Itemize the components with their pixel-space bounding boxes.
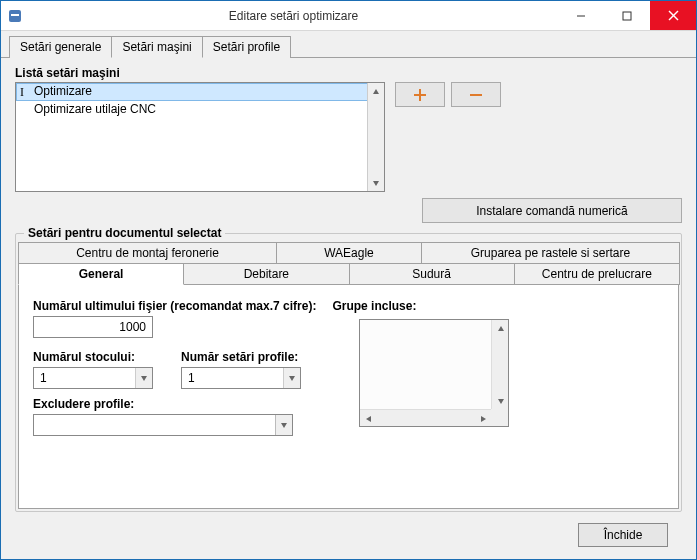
tab-feronerie[interactable]: Centru de montaj feronerie: [18, 242, 277, 263]
scroll-right-button[interactable]: [474, 410, 491, 427]
maximize-button[interactable]: [604, 1, 650, 30]
svg-marker-10: [281, 423, 287, 428]
tab-gruparea[interactable]: Gruparea pe rastele si sertare: [421, 242, 680, 263]
tab-general-settings[interactable]: Setări generale: [9, 36, 112, 58]
machines-listbox[interactable]: I Optimizare Optimizare utilaje CNC: [15, 82, 385, 192]
stock-number-select[interactable]: 1: [33, 367, 153, 389]
profile-settings-value: 1: [188, 371, 195, 385]
document-settings-group: Setări pentru documentul selectat Centru…: [15, 233, 682, 512]
tab-centru-prelucrare[interactable]: Centru de prelucrare: [514, 263, 680, 285]
dialog-footer: Închide: [15, 512, 682, 559]
tab-debitare[interactable]: Debitare: [183, 263, 349, 285]
add-button[interactable]: [395, 82, 445, 107]
scroll-down-button[interactable]: [492, 392, 509, 409]
install-numeric-button[interactable]: Instalare comandă numerică: [422, 198, 682, 223]
close-button[interactable]: Închide: [578, 523, 668, 547]
groups-included-label: Grupe incluse:: [332, 299, 416, 313]
exclude-profile-label: Excludere profile:: [33, 397, 664, 411]
chevron-down-icon: [275, 415, 292, 435]
app-icon: [7, 8, 23, 24]
vertical-scrollbar[interactable]: [491, 320, 508, 409]
last-file-label: Numărul ultimului fişier (recomandat max…: [33, 299, 316, 313]
list-scrollbar[interactable]: [367, 83, 384, 191]
tab-general[interactable]: General: [18, 263, 184, 285]
minus-icon: [470, 89, 482, 101]
svg-marker-8: [141, 376, 147, 381]
machines-list-label: Listă setări maşini: [15, 66, 682, 80]
stock-number-label: Numărul stocului:: [33, 350, 153, 364]
remove-button[interactable]: [451, 82, 501, 107]
svg-rect-1: [11, 14, 19, 16]
svg-marker-11: [498, 326, 504, 331]
tab-waeagle[interactable]: WAEagle: [276, 242, 422, 263]
horizontal-scrollbar[interactable]: [360, 409, 508, 426]
svg-rect-3: [623, 12, 631, 20]
app-window: Editare setări optimizare Setări general…: [0, 0, 697, 560]
general-panel: Numărul ultimului fişier (recomandat max…: [18, 285, 679, 509]
svg-marker-7: [373, 181, 379, 186]
last-file-input[interactable]: [33, 316, 153, 338]
list-item[interactable]: Optimizare utilaje CNC: [16, 101, 384, 119]
chevron-down-icon: [283, 368, 300, 388]
scroll-down-button[interactable]: [368, 174, 384, 191]
tab-machine-settings[interactable]: Setări maşini: [111, 36, 202, 58]
titlebar: Editare setări optimizare: [1, 1, 696, 31]
list-item-label: Optimizare: [34, 84, 92, 98]
svg-marker-14: [481, 416, 486, 422]
text-cursor-icon: I: [20, 85, 24, 100]
window-controls: [558, 1, 696, 30]
scroll-up-button[interactable]: [368, 83, 384, 100]
plus-icon: [414, 89, 426, 101]
tab-sudura[interactable]: Sudură: [349, 263, 515, 285]
svg-marker-9: [289, 376, 295, 381]
close-window-button[interactable]: [650, 1, 696, 30]
list-item-label: Optimizare utilaje CNC: [34, 102, 156, 116]
main-tabs: Setări generale Setări maşini Setări pro…: [1, 31, 696, 58]
scroll-left-button[interactable]: [360, 410, 377, 427]
tab-profile-settings[interactable]: Setări profile: [202, 36, 291, 58]
minimize-button[interactable]: [558, 1, 604, 30]
scroll-corner: [491, 409, 508, 426]
document-settings-label: Setări pentru documentul selectat: [24, 226, 225, 240]
exclude-profile-combo[interactable]: [33, 414, 293, 436]
scroll-up-button[interactable]: [492, 320, 509, 337]
profile-settings-select[interactable]: 1: [181, 367, 301, 389]
list-item[interactable]: I Optimizare: [16, 83, 384, 101]
groups-included-listbox[interactable]: [359, 319, 509, 427]
document-tabs: Centru de montaj feronerie WAEagle Grupa…: [18, 242, 679, 285]
exclude-profile-input[interactable]: [34, 415, 275, 435]
profile-settings-label: Număr setări profile:: [181, 350, 301, 364]
svg-marker-6: [373, 89, 379, 94]
body: Listă setări maşini I Optimizare Optimiz…: [1, 58, 696, 559]
svg-marker-12: [498, 399, 504, 404]
window-title: Editare setări optimizare: [29, 9, 558, 23]
chevron-down-icon: [135, 368, 152, 388]
svg-marker-13: [366, 416, 371, 422]
stock-number-value: 1: [40, 371, 47, 385]
